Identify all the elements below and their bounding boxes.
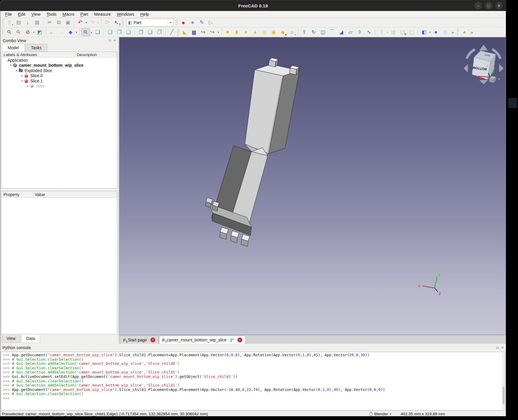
nav-forward-button[interactable]: → (57, 28, 66, 36)
tree-header-description[interactable]: Description (75, 52, 117, 57)
menu-tools[interactable]: Tools (44, 11, 60, 17)
chevron-down-icon[interactable]: ▾ (85, 21, 87, 24)
panel-close-icon[interactable]: ✕ (501, 346, 504, 350)
macro-stop-button[interactable]: ■ (188, 18, 197, 26)
tree-item-camer-mount-bottom-wip-slice[interactable]: ▾camer_mount_bottom_wip_slice (2, 63, 117, 68)
revolve-button[interactable]: ↻ (309, 28, 318, 36)
titlebar[interactable]: FreeCAD 0.19 – □ ✕ (0, 0, 506, 11)
view-right-button[interactable]: ❑ (124, 28, 133, 36)
tab-model[interactable]: Model (2, 44, 25, 52)
tab-close-icon[interactable]: ✕ (151, 338, 155, 342)
print-button[interactable]: ▦ (33, 18, 41, 26)
section-button[interactable]: ↥▾ (377, 28, 386, 36)
menu-view[interactable]: View (28, 11, 43, 17)
tree-header-labels[interactable]: Labels & Attributes (2, 52, 75, 57)
value-header[interactable]: Value (33, 191, 117, 198)
panel-close-icon[interactable]: ✕ (113, 39, 116, 42)
panel-float-icon[interactable]: ⊡ (496, 346, 499, 350)
refresh-button[interactable]: ⟳ (103, 18, 112, 26)
whats-this-button[interactable]: ↖? (112, 18, 121, 26)
model-part[interactable] (205, 58, 300, 246)
tree-expanded-icon[interactable]: ▾ (9, 64, 13, 67)
menu-macro[interactable]: Macro (59, 11, 77, 17)
tree-collapsed-icon[interactable]: ▸ (26, 85, 30, 88)
part-wedge-button[interactable]: ◣ (180, 28, 189, 36)
menu-edit[interactable]: Edit (15, 11, 28, 17)
nav-style-selector[interactable]: Blender (374, 412, 388, 416)
cross-sections-button[interactable]: ▥ (389, 28, 397, 36)
menu-windows[interactable]: Windows (114, 11, 137, 17)
tab-tasks[interactable]: Tasks (25, 44, 47, 52)
copy-button[interactable]: ⧉ (54, 18, 63, 26)
navigation-cube[interactable]: BOTTOM REAR Z X Y (464, 45, 503, 84)
tab-view[interactable]: View (1, 335, 20, 343)
chevron-down-icon[interactable]: ▾ (386, 31, 388, 34)
nav-cube-menu-icon[interactable] (498, 78, 500, 80)
chamfer-button[interactable]: ◢ (337, 28, 346, 36)
console-scrollbar[interactable] (502, 353, 505, 409)
document-tab-start-page[interactable]: FStart page✕ (120, 336, 159, 344)
tree-expanded-icon[interactable]: ▾ (20, 79, 24, 82)
python-console[interactable]: >>> App.getDocument("camer_mount_bottom_… (1, 352, 505, 410)
fit-all-button[interactable]: ⚲ (5, 28, 14, 36)
workbench-selector[interactable]: ◧Part▾ (126, 19, 174, 26)
compound-filter-button[interactable]: ▢F (398, 28, 407, 36)
menu-help[interactable]: Help (137, 11, 152, 17)
view-rear-button[interactable]: ❒ (137, 28, 145, 36)
fillet-button[interactable]: ⌒ (328, 28, 336, 36)
3d-viewport[interactable]: BOTTOM REAR Z X Y (119, 37, 506, 335)
chevron-down-icon[interactable]: ▾ (97, 21, 99, 24)
close-button[interactable]: ✕ (495, 2, 503, 9)
primitive-torus-button[interactable]: ◎ (260, 28, 269, 36)
menu-part[interactable]: Part (77, 11, 91, 17)
tab-close-icon[interactable]: ✕ (237, 338, 242, 342)
document-tab-active[interactable]: Fcamer_mount_bottom_wip_slice : 1*✕ (159, 336, 245, 344)
extrude-button[interactable]: ⇧ (300, 28, 309, 36)
new-document-button[interactable]: ▯+ (5, 18, 14, 26)
ruled-surface-button[interactable]: ▱ (346, 28, 355, 36)
save-document-button[interactable]: ↓ (23, 18, 32, 26)
view-axonometric-button[interactable]: ❏ (93, 28, 102, 36)
macro-edit-button[interactable]: ✎ (197, 18, 206, 26)
view-left-button[interactable]: ❐ (155, 28, 164, 36)
simple-copy-button[interactable]: ▢ (407, 28, 416, 36)
draw-style-button[interactable]: ⊘▾ (23, 28, 32, 36)
measure-button[interactable]: ╱ (167, 28, 176, 36)
texture-view-button[interactable]: ◩ (35, 28, 44, 36)
sweep-button[interactable]: ∿ (365, 28, 373, 36)
tree-item-slice[interactable]: ▸Slice (2, 84, 117, 89)
primitive-cylinder-button[interactable]: ▮ (232, 28, 241, 36)
maximize-button[interactable]: □ (485, 2, 492, 9)
macro-record-button[interactable]: ● (179, 18, 188, 26)
menu-measure[interactable]: Measure (91, 11, 114, 17)
boolean-button[interactable]: ◧▾ (420, 28, 428, 36)
view-front-button[interactable]: ❏ (106, 28, 114, 36)
geometry-check-button[interactable]: ◕ (460, 28, 468, 36)
part-folder-button[interactable]: ▆ (190, 28, 198, 36)
primitive-cone-button[interactable]: ▲ (251, 28, 259, 36)
paste-button[interactable]: ▣ (64, 18, 72, 26)
chevron-down-icon[interactable]: ▾ (429, 31, 431, 34)
boolean-union-button[interactable]: ● (432, 28, 440, 36)
tree-item-application[interactable]: Application (2, 58, 117, 63)
property-header[interactable]: Property (2, 191, 33, 198)
fit-selection-button[interactable]: ⚲ (14, 28, 23, 36)
toolbar-overflow-1[interactable]: » (450, 30, 456, 35)
shape-builder-button[interactable]: ◆● (278, 28, 287, 36)
zoom-sync-button[interactable]: ⚲▾ (81, 28, 90, 36)
view-bottom-button[interactable]: ❏ (146, 28, 154, 36)
primitive-box-button[interactable]: ■ (223, 28, 232, 36)
view-top-button[interactable]: ❐ (115, 28, 123, 36)
menu-file[interactable]: File (2, 11, 15, 17)
panel-float-icon[interactable]: ⊡ (109, 39, 111, 42)
tab-data[interactable]: Data (21, 335, 40, 343)
nav-back-button[interactable]: ← (48, 28, 56, 36)
tree-item-slice-1[interactable]: ▾Slice.1 (2, 78, 117, 84)
chevron-down-icon[interactable]: ▾ (76, 31, 77, 34)
chevron-down-icon[interactable]: ▾ (33, 31, 34, 34)
primitive-sphere-button[interactable]: ● (242, 28, 250, 36)
dock-splitter[interactable]: ······ (0, 189, 118, 191)
part-export-button[interactable]: ↪▾ (208, 28, 217, 36)
undo-button[interactable]: ↶▾ (76, 18, 85, 26)
loft-button[interactable]: ◊ (355, 28, 364, 36)
